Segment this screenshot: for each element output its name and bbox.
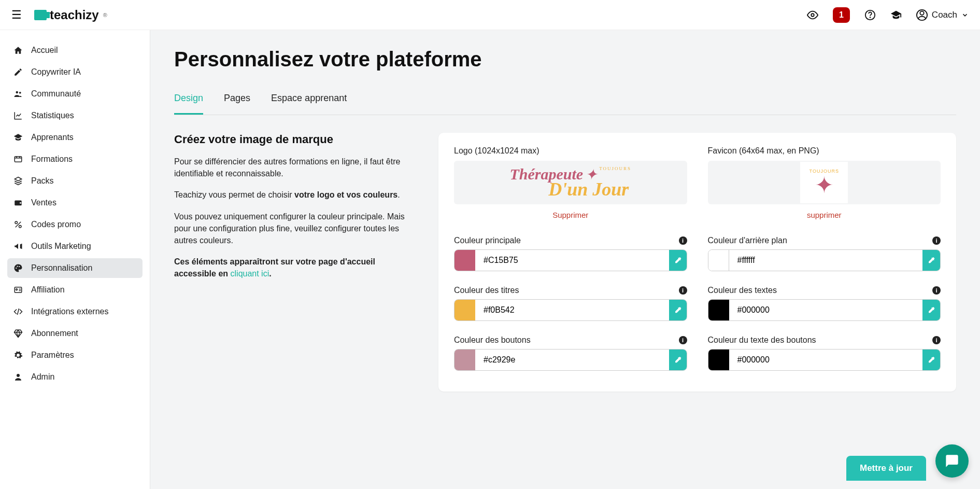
- sidebar-item-formations[interactable]: Formations: [7, 149, 143, 169]
- color-picker-button[interactable]: [922, 250, 940, 271]
- card-icon: [13, 285, 24, 295]
- info-icon[interactable]: i: [679, 336, 687, 344]
- info-p2: Teachizy vous permet de choisir votre lo…: [174, 189, 418, 201]
- gem-icon: [13, 329, 24, 338]
- tab-espace-apprenant[interactable]: Espace apprenant: [271, 93, 347, 115]
- color-label: Couleur des textes: [708, 286, 777, 295]
- wallet-icon: [13, 198, 24, 207]
- color-swatch: [455, 350, 475, 370]
- sidebar-item-label: Codes promo: [31, 220, 81, 229]
- sidebar-item-label: Communauté: [31, 89, 81, 99]
- sidebar-item-intégrations-externes[interactable]: Intégrations externes: [7, 302, 143, 322]
- sidebar-item-label: Statistiques: [31, 111, 74, 120]
- sidebar-item-label: Abonnement: [31, 329, 78, 338]
- sidebar-item-label: Packs: [31, 176, 54, 186]
- color-input-text[interactable]: [729, 300, 923, 320]
- sidebar-item-outils-marketing[interactable]: Outils Marketing: [7, 236, 143, 256]
- sidebar-item-admin[interactable]: Admin: [7, 367, 143, 387]
- svg-point-10: [15, 221, 18, 224]
- sidebar-item-packs[interactable]: Packs: [7, 171, 143, 191]
- page-title: Personnalisez votre plateforme: [174, 48, 956, 71]
- color-label: Couleur d'arrière plan: [708, 236, 787, 245]
- trademark: ®: [103, 12, 107, 18]
- graduation-icon[interactable]: [890, 9, 902, 21]
- info-icon[interactable]: i: [932, 236, 941, 245]
- sidebar-item-apprenants[interactable]: Apprenants: [7, 128, 143, 147]
- color-picker-button[interactable]: [922, 300, 940, 320]
- sidebar-item-affiliation[interactable]: Affiliation: [7, 280, 143, 300]
- info-icon[interactable]: i: [932, 286, 941, 295]
- logo-delete-button[interactable]: Supprimer: [454, 211, 687, 219]
- sidebar-item-label: Intégrations externes: [31, 307, 108, 316]
- info-icon[interactable]: i: [679, 236, 687, 245]
- info-icon[interactable]: i: [932, 336, 941, 344]
- sidebar-item-accueil[interactable]: Accueil: [7, 40, 143, 60]
- svg-point-11: [19, 226, 22, 228]
- svg-rect-9: [20, 202, 21, 203]
- section-title: Créez votre image de marque: [174, 133, 418, 146]
- palette-icon: [13, 263, 24, 273]
- color-field-titles: Couleur des titresi: [454, 286, 687, 321]
- sidebar-item-label: Apprenants: [31, 133, 74, 142]
- color-field-bg: Couleur d'arrière plani: [708, 236, 941, 271]
- color-label: Couleur des titres: [454, 286, 519, 295]
- pen-icon: [13, 67, 24, 77]
- logo-label: Logo (1024x1024 max): [454, 146, 687, 156]
- color-label: Couleur principale: [454, 236, 521, 245]
- sidebar-item-label: Ventes: [31, 198, 56, 207]
- user-menu[interactable]: Coach: [916, 9, 969, 21]
- info-p4: Ces éléments apparaîtront sur votre page…: [174, 256, 418, 280]
- brand-name: teachizy: [50, 8, 99, 22]
- tab-design[interactable]: Design: [174, 93, 203, 115]
- sidebar-item-abonnement[interactable]: Abonnement: [7, 324, 143, 343]
- color-input-titles[interactable]: [475, 300, 669, 320]
- menu-icon[interactable]: ☰: [11, 8, 22, 22]
- film-icon: [13, 155, 24, 164]
- chat-icon[interactable]: [935, 444, 969, 478]
- sidebar-item-personnalisation[interactable]: Personnalisation: [7, 258, 143, 278]
- user-label: Coach: [932, 10, 957, 20]
- color-swatch: [455, 300, 475, 320]
- sidebar-item-codes-promo[interactable]: Codes promo: [7, 215, 143, 234]
- customization-card: Logo (1024x1024 max) Thérapeute ✦ TOUJOU…: [438, 133, 956, 392]
- color-input-buttons[interactable]: [475, 350, 669, 370]
- color-input-primary[interactable]: [475, 250, 669, 271]
- gear-icon: [13, 351, 24, 360]
- color-field-text: Couleur des textesi: [708, 286, 941, 321]
- home-link[interactable]: cliquant ici: [231, 269, 269, 278]
- sidebar-item-copywriter-ia[interactable]: Copywriter IA: [7, 62, 143, 82]
- svg-point-16: [16, 289, 18, 290]
- favicon-preview[interactable]: TOUJOURS ✦: [708, 161, 941, 204]
- color-picker-button[interactable]: [669, 300, 687, 320]
- sidebar-item-statistiques[interactable]: Statistiques: [7, 106, 143, 125]
- sidebar-item-ventes[interactable]: Ventes: [7, 193, 143, 213]
- color-picker-button[interactable]: [922, 350, 940, 370]
- sidebar-item-communauté[interactable]: Communauté: [7, 84, 143, 104]
- update-button[interactable]: Mettre à jour: [846, 456, 926, 481]
- favicon-delete-button[interactable]: supprimer: [708, 211, 941, 219]
- color-input-bg[interactable]: [729, 250, 923, 271]
- brand-logo[interactable]: teachizy ®: [34, 8, 107, 22]
- logo-preview[interactable]: Thérapeute ✦ TOUJOURS D'un Jour: [454, 161, 687, 204]
- info-icon[interactable]: i: [679, 286, 687, 295]
- svg-point-6: [19, 92, 21, 94]
- mega-icon: [13, 242, 24, 251]
- color-picker-button[interactable]: [669, 250, 687, 271]
- main-content: Personnalisez votre plateforme DesignPag…: [150, 30, 980, 489]
- sidebar-item-label: Affiliation: [31, 285, 65, 295]
- eye-icon[interactable]: [807, 9, 818, 21]
- tab-pages[interactable]: Pages: [224, 93, 250, 115]
- svg-point-0: [811, 13, 814, 17]
- help-icon[interactable]: [864, 9, 876, 21]
- notification-badge[interactable]: 1: [833, 7, 850, 23]
- home-icon: [13, 46, 24, 55]
- color-picker-button[interactable]: [669, 350, 687, 370]
- svg-point-2: [870, 17, 870, 18]
- tabs: DesignPagesEspace apprenant: [174, 93, 956, 115]
- svg-point-17: [17, 374, 20, 377]
- sidebar-item-paramètres[interactable]: Paramètres: [7, 345, 143, 365]
- color-input-btntext[interactable]: [729, 350, 923, 370]
- info-p1: Pour se différencier des autres formatio…: [174, 156, 418, 179]
- color-field-buttons: Couleur des boutonsi: [454, 336, 687, 371]
- color-label: Couleur des boutons: [454, 336, 531, 345]
